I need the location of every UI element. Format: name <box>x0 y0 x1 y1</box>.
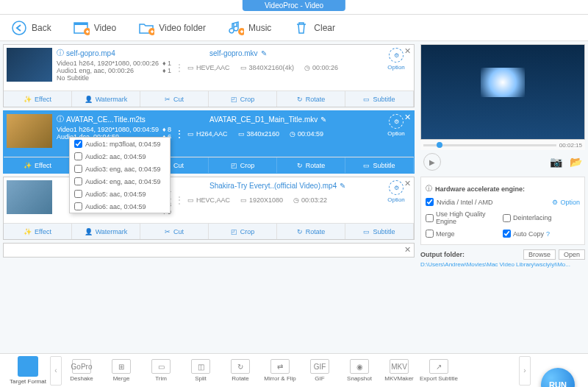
checkbox[interactable] <box>74 140 82 148</box>
titlebar: VideoProc - Video <box>0 0 588 15</box>
audio-option[interactable]: Audio4: eng, aac, 0:04:59 <box>70 175 170 188</box>
autocopy-checkbox[interactable] <box>503 230 511 238</box>
scroll-right-button[interactable]: › <box>519 356 531 386</box>
gpu-label: Nvidia / Intel / AMD <box>437 199 493 206</box>
output-name: AVATAR_CE_D1_Main_Title.mkv✎ <box>209 116 326 124</box>
merge-checkbox[interactable] <box>426 230 434 238</box>
thumbnail <box>7 114 52 148</box>
codec-badge: ▭ H264,AAC <box>187 130 228 138</box>
clear-label: Clear <box>314 23 335 33</box>
order-btn[interactable]: ♦ 8 <box>162 126 171 133</box>
crop-button[interactable]: ◰Crop <box>209 224 277 239</box>
add-folder-button[interactable]: Video folder <box>138 20 206 36</box>
close-icon[interactable]: ✕ <box>404 113 411 122</box>
tool-trim[interactable]: ▭Trim <box>141 359 181 382</box>
play-button[interactable]: ▶ <box>423 153 441 171</box>
subtitle-button[interactable]: ▭Subtitle <box>345 157 414 173</box>
edit-icon[interactable]: ✎ <box>320 116 326 124</box>
output-name: Shakira-Try Everyt..(official Video).mp4… <box>209 182 345 190</box>
help-icon[interactable]: ? <box>546 230 550 238</box>
video-icon <box>74 20 90 36</box>
audio-option[interactable]: Audio3: eng, aac, 0:04:59 <box>70 163 170 175</box>
open-button[interactable]: Open <box>559 249 585 260</box>
back-icon <box>11 20 27 36</box>
audio-option[interactable]: Audio6: aac, 0:04:59 <box>70 200 170 213</box>
gpu-checkbox[interactable] <box>426 198 434 206</box>
crop-button[interactable]: ◰Crop <box>209 91 277 107</box>
rotate-button[interactable]: ↻Rotate <box>277 157 345 173</box>
order-btn[interactable]: ♦ 1 <box>162 60 171 67</box>
tool-split[interactable]: ◫Split <box>181 359 220 382</box>
tool-gif[interactable]: GIFGIF <box>300 359 340 382</box>
checkbox[interactable] <box>74 152 82 160</box>
gear-icon: ⚙ <box>389 48 404 63</box>
tool-rotate[interactable]: ↻Rotate <box>220 359 260 382</box>
seek-handle[interactable] <box>437 142 442 148</box>
subtitle-button[interactable]: ▭Subtitle <box>345 224 414 239</box>
tool-merge[interactable]: ⊞Merge <box>101 359 141 382</box>
add-music-button[interactable]: Music <box>228 20 271 36</box>
folder-icon <box>138 20 154 36</box>
checkbox[interactable] <box>74 177 82 185</box>
scroll-left-button[interactable]: ‹ <box>50 356 62 386</box>
target-format-button[interactable]: Target Format <box>6 356 50 385</box>
seekbar[interactable]: 00:02:15 <box>420 140 585 150</box>
audio-option[interactable]: Audio5: aac, 0:04:59 <box>70 188 170 200</box>
effect-button[interactable]: ✨Effect <box>4 157 72 173</box>
app-title: VideoProc - Video <box>243 0 345 11</box>
resolution-badge: ▭ 1920X1080 <box>240 196 283 204</box>
hw-option-button[interactable]: ⚙ Option <box>552 199 580 206</box>
music-icon <box>228 20 244 36</box>
audio-option[interactable]: Audio2: aac, 0:04:59 <box>70 150 170 163</box>
order-btn[interactable]: ♦ 1 <box>162 67 171 74</box>
info-icon: ⓘ <box>57 114 64 124</box>
deint-checkbox[interactable] <box>503 214 511 222</box>
watermark-button[interactable]: 👤Watermark <box>72 91 140 107</box>
cut-button[interactable]: ✂Cut <box>140 91 209 107</box>
effect-button[interactable]: ✨Effect <box>4 224 72 239</box>
rotate-button[interactable]: ↻Rotate <box>277 224 345 239</box>
watermark-button[interactable]: 👤Watermark <box>72 224 140 239</box>
video-row[interactable]: ✕ <box>3 243 415 258</box>
audio-option[interactable]: Audio1: mp3float, 0:04:59 <box>70 138 170 150</box>
video-row[interactable]: ✕ ⓘAVATAR_CE...Title.m2ts Video1 h264, 1… <box>3 110 415 174</box>
crop-button[interactable]: ◰Crop <box>209 157 277 173</box>
subtitle-button[interactable]: ▭Subtitle <box>345 91 414 107</box>
rotate-button[interactable]: ↻Rotate <box>277 91 345 107</box>
folder-open-icon[interactable]: 📂 <box>570 156 582 168</box>
tool-mkvmaker[interactable]: MKVMKVMaker <box>379 359 419 382</box>
gear-icon: ⚙ <box>389 180 404 195</box>
back-label: Back <box>32 23 51 33</box>
run-button[interactable]: RUN <box>541 368 575 387</box>
preview-player[interactable] <box>420 44 585 140</box>
checkbox[interactable] <box>74 190 82 198</box>
video-list: ✕ ⓘself-gopro.mp4 Video1 h264, 1920*1080… <box>0 41 417 353</box>
main-toolbar: Back Video Video folder Music Clear <box>0 15 588 41</box>
effect-button[interactable]: ✨Effect <box>4 91 72 107</box>
cut-button[interactable]: ✂Cut <box>140 224 209 239</box>
edit-icon[interactable]: ✎ <box>261 49 267 57</box>
output-path[interactable]: D:\Users\Andrew\Movies\Mac Video Library… <box>420 261 585 268</box>
close-icon[interactable]: ✕ <box>404 179 411 188</box>
tool-snapshot[interactable]: ◉Snapshot <box>340 359 379 382</box>
tool-deshake[interactable]: GoProDeshake <box>62 359 101 382</box>
video-row[interactable]: ✕ ♦ 1 ♦ 1 ♦ 3 ♦ 9 ⋮ Shakira-Try Everyt..… <box>3 177 415 240</box>
video-row[interactable]: ✕ ⓘself-gopro.mp4 Video1 h264, 1920*1080… <box>3 44 415 107</box>
trash-icon <box>293 20 309 36</box>
music-label: Music <box>248 23 271 33</box>
hq-checkbox[interactable] <box>426 214 434 222</box>
camera-icon[interactable]: 📷 <box>550 156 562 168</box>
browse-button[interactable]: Browse <box>523 249 556 260</box>
close-icon[interactable]: ✕ <box>404 245 411 255</box>
checkbox[interactable] <box>74 202 82 210</box>
add-video-button[interactable]: Video <box>74 20 116 36</box>
clear-button[interactable]: Clear <box>293 20 335 36</box>
back-button[interactable]: Back <box>11 20 51 36</box>
tool-export-subtitle[interactable]: ↗Export Subtitle <box>419 359 459 382</box>
close-icon[interactable]: ✕ <box>404 46 411 56</box>
preview-image <box>481 68 525 97</box>
edit-icon[interactable]: ✎ <box>340 182 345 190</box>
tool-mirror[interactable]: ⇄Mirror & Flip <box>260 359 300 382</box>
resolution-badge: ▭ 3840x2160 <box>238 130 280 138</box>
checkbox[interactable] <box>74 165 82 173</box>
